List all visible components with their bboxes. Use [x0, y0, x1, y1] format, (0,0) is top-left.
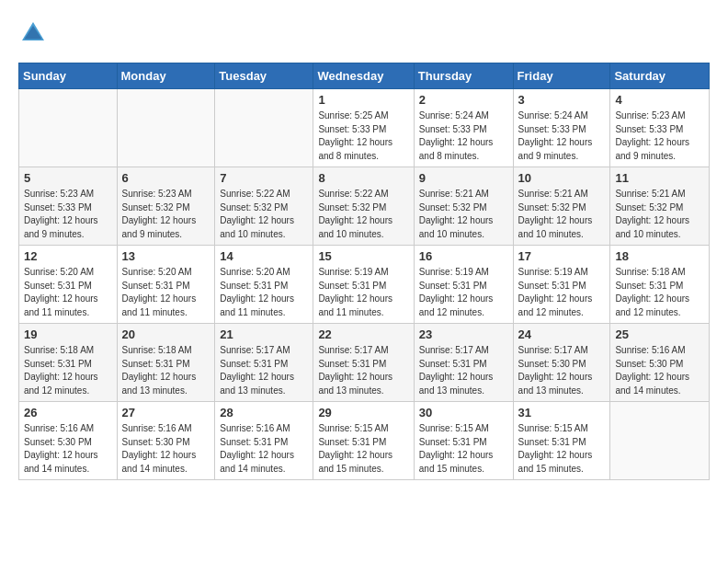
- day-cell-2: 2Sunrise: 5:24 AMSunset: 5:33 PMDaylight…: [414, 89, 513, 167]
- day-cell-22: 22Sunrise: 5:17 AMSunset: 5:31 PMDayligh…: [313, 324, 414, 402]
- day-number: 4: [615, 93, 704, 107]
- day-cell-31: 31Sunrise: 5:15 AMSunset: 5:31 PMDayligh…: [513, 402, 610, 480]
- day-cell-25: 25Sunrise: 5:16 AMSunset: 5:30 PMDayligh…: [610, 324, 710, 402]
- day-cell-empty-4-6: [610, 402, 710, 480]
- day-info: Sunrise: 5:16 AMSunset: 5:30 PMDaylight:…: [122, 422, 210, 476]
- day-number: 2: [419, 93, 508, 107]
- week-row-2: 5Sunrise: 5:23 AMSunset: 5:33 PMDaylight…: [19, 167, 710, 246]
- day-number: 10: [518, 171, 606, 185]
- header-day-saturday: Saturday: [610, 63, 710, 89]
- week-row-4: 19Sunrise: 5:18 AMSunset: 5:31 PMDayligh…: [19, 324, 710, 402]
- day-info: Sunrise: 5:18 AMSunset: 5:31 PMDaylight:…: [122, 344, 210, 397]
- day-number: 20: [122, 327, 210, 341]
- day-info: Sunrise: 5:21 AMSunset: 5:32 PMDaylight:…: [419, 188, 508, 241]
- logo: [18, 18, 51, 48]
- day-info: Sunrise: 5:24 AMSunset: 5:33 PMDaylight:…: [518, 109, 606, 163]
- week-row-1: 1Sunrise: 5:25 AMSunset: 5:33 PMDaylight…: [19, 89, 710, 167]
- week-row-5: 26Sunrise: 5:16 AMSunset: 5:30 PMDayligh…: [19, 402, 710, 480]
- day-info: Sunrise: 5:20 AMSunset: 5:31 PMDaylight:…: [122, 266, 210, 319]
- day-number: 15: [318, 249, 408, 263]
- day-number: 9: [419, 171, 508, 185]
- day-info: Sunrise: 5:15 AMSunset: 5:31 PMDaylight:…: [518, 422, 606, 476]
- day-cell-12: 12Sunrise: 5:20 AMSunset: 5:31 PMDayligh…: [19, 246, 118, 324]
- day-number: 28: [220, 406, 308, 419]
- day-info: Sunrise: 5:16 AMSunset: 5:30 PMDaylight:…: [24, 422, 112, 476]
- day-number: 18: [615, 249, 704, 263]
- day-cell-14: 14Sunrise: 5:20 AMSunset: 5:31 PMDayligh…: [215, 246, 313, 324]
- calendar-body: 1Sunrise: 5:25 AMSunset: 5:33 PMDaylight…: [19, 89, 710, 480]
- day-info: Sunrise: 5:19 AMSunset: 5:31 PMDaylight:…: [318, 266, 408, 319]
- header-day-tuesday: Tuesday: [215, 63, 313, 89]
- day-number: 6: [122, 171, 210, 185]
- day-info: Sunrise: 5:21 AMSunset: 5:32 PMDaylight:…: [518, 188, 606, 241]
- day-number: 16: [419, 249, 508, 263]
- day-cell-empty-0-0: [19, 89, 118, 167]
- day-info: Sunrise: 5:23 AMSunset: 5:32 PMDaylight:…: [122, 188, 210, 241]
- day-cell-28: 28Sunrise: 5:16 AMSunset: 5:31 PMDayligh…: [215, 402, 313, 480]
- day-info: Sunrise: 5:17 AMSunset: 5:31 PMDaylight:…: [220, 344, 308, 397]
- header-day-monday: Monday: [117, 63, 215, 89]
- day-number: 27: [122, 406, 210, 419]
- day-cell-16: 16Sunrise: 5:19 AMSunset: 5:31 PMDayligh…: [414, 246, 513, 324]
- day-info: Sunrise: 5:16 AMSunset: 5:30 PMDaylight:…: [615, 344, 704, 397]
- day-number: 31: [518, 406, 606, 419]
- day-info: Sunrise: 5:19 AMSunset: 5:31 PMDaylight:…: [419, 266, 508, 319]
- page-header: [18, 18, 710, 48]
- day-cell-17: 17Sunrise: 5:19 AMSunset: 5:31 PMDayligh…: [513, 246, 610, 324]
- day-info: Sunrise: 5:22 AMSunset: 5:32 PMDaylight:…: [220, 188, 308, 241]
- day-cell-4: 4Sunrise: 5:23 AMSunset: 5:33 PMDaylight…: [610, 89, 710, 167]
- day-number: 7: [220, 171, 308, 185]
- day-number: 21: [220, 327, 308, 341]
- day-info: Sunrise: 5:23 AMSunset: 5:33 PMDaylight:…: [24, 188, 112, 241]
- day-cell-20: 20Sunrise: 5:18 AMSunset: 5:31 PMDayligh…: [117, 324, 215, 402]
- day-number: 12: [24, 249, 112, 263]
- day-cell-9: 9Sunrise: 5:21 AMSunset: 5:32 PMDaylight…: [414, 167, 513, 246]
- day-number: 17: [518, 249, 606, 263]
- day-info: Sunrise: 5:20 AMSunset: 5:31 PMDaylight:…: [220, 266, 308, 319]
- day-number: 24: [518, 327, 606, 341]
- day-number: 13: [122, 249, 210, 263]
- day-info: Sunrise: 5:21 AMSunset: 5:32 PMDaylight:…: [615, 188, 704, 241]
- day-cell-3: 3Sunrise: 5:24 AMSunset: 5:33 PMDaylight…: [513, 89, 610, 167]
- day-number: 5: [24, 171, 112, 185]
- day-info: Sunrise: 5:22 AMSunset: 5:32 PMDaylight:…: [318, 188, 408, 241]
- day-number: 11: [615, 171, 704, 185]
- day-cell-11: 11Sunrise: 5:21 AMSunset: 5:32 PMDayligh…: [610, 167, 710, 246]
- day-info: Sunrise: 5:20 AMSunset: 5:31 PMDaylight:…: [24, 266, 112, 319]
- header-row: SundayMondayTuesdayWednesdayThursdayFrid…: [19, 63, 710, 89]
- day-cell-1: 1Sunrise: 5:25 AMSunset: 5:33 PMDaylight…: [313, 89, 414, 167]
- day-info: Sunrise: 5:17 AMSunset: 5:31 PMDaylight:…: [318, 344, 408, 397]
- day-cell-29: 29Sunrise: 5:15 AMSunset: 5:31 PMDayligh…: [313, 402, 414, 480]
- day-number: 29: [318, 406, 408, 419]
- day-cell-18: 18Sunrise: 5:18 AMSunset: 5:31 PMDayligh…: [610, 246, 710, 324]
- day-cell-21: 21Sunrise: 5:17 AMSunset: 5:31 PMDayligh…: [215, 324, 313, 402]
- day-cell-26: 26Sunrise: 5:16 AMSunset: 5:30 PMDayligh…: [19, 402, 118, 480]
- day-cell-empty-0-1: [117, 89, 215, 167]
- day-info: Sunrise: 5:23 AMSunset: 5:33 PMDaylight:…: [615, 109, 704, 163]
- header-day-thursday: Thursday: [414, 63, 513, 89]
- day-info: Sunrise: 5:24 AMSunset: 5:33 PMDaylight:…: [419, 109, 508, 163]
- header-day-wednesday: Wednesday: [313, 63, 414, 89]
- day-number: 3: [518, 93, 606, 107]
- day-number: 22: [318, 327, 408, 341]
- day-cell-5: 5Sunrise: 5:23 AMSunset: 5:33 PMDaylight…: [19, 167, 118, 246]
- week-row-3: 12Sunrise: 5:20 AMSunset: 5:31 PMDayligh…: [19, 246, 710, 324]
- day-number: 26: [24, 406, 112, 419]
- day-cell-13: 13Sunrise: 5:20 AMSunset: 5:31 PMDayligh…: [117, 246, 215, 324]
- day-cell-27: 27Sunrise: 5:16 AMSunset: 5:30 PMDayligh…: [117, 402, 215, 480]
- day-info: Sunrise: 5:15 AMSunset: 5:31 PMDaylight:…: [419, 422, 508, 476]
- day-number: 19: [24, 327, 112, 341]
- day-cell-empty-0-2: [215, 89, 313, 167]
- day-cell-8: 8Sunrise: 5:22 AMSunset: 5:32 PMDaylight…: [313, 167, 414, 246]
- day-info: Sunrise: 5:19 AMSunset: 5:31 PMDaylight:…: [518, 266, 606, 319]
- day-cell-15: 15Sunrise: 5:19 AMSunset: 5:31 PMDayligh…: [313, 246, 414, 324]
- day-cell-30: 30Sunrise: 5:15 AMSunset: 5:31 PMDayligh…: [414, 402, 513, 480]
- day-info: Sunrise: 5:18 AMSunset: 5:31 PMDaylight:…: [24, 344, 112, 397]
- day-number: 30: [419, 406, 508, 419]
- header-day-sunday: Sunday: [19, 63, 118, 89]
- day-info: Sunrise: 5:25 AMSunset: 5:33 PMDaylight:…: [318, 109, 408, 163]
- day-cell-19: 19Sunrise: 5:18 AMSunset: 5:31 PMDayligh…: [19, 324, 118, 402]
- day-cell-7: 7Sunrise: 5:22 AMSunset: 5:32 PMDaylight…: [215, 167, 313, 246]
- day-number: 1: [318, 93, 408, 107]
- day-info: Sunrise: 5:17 AMSunset: 5:31 PMDaylight:…: [419, 344, 508, 397]
